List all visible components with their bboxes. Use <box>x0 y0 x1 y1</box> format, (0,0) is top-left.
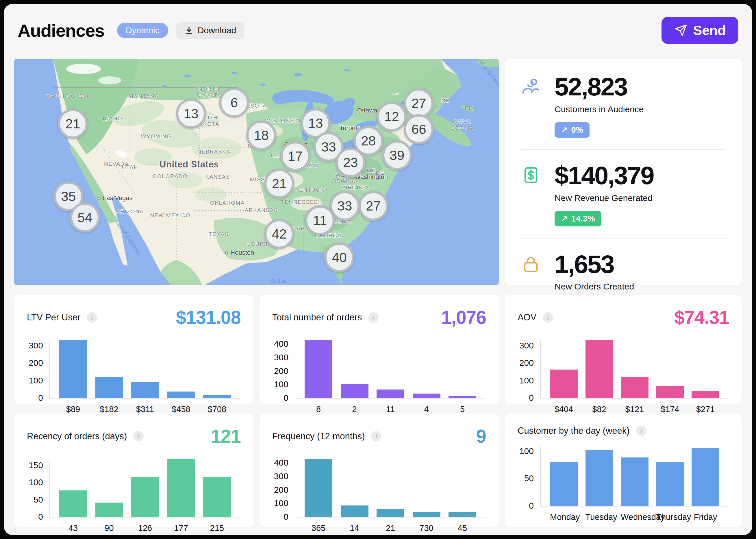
chart-frequency: Frequency (12 months)i9 0100200300400 36… <box>259 414 499 527</box>
info-icon[interactable]: i <box>543 312 553 323</box>
chart-headline-value: $74.31 <box>674 307 729 328</box>
map-cluster-marker[interactable]: 23 <box>335 147 366 178</box>
bar <box>131 382 159 398</box>
map-cluster-marker[interactable]: 12 <box>377 102 407 131</box>
plot-area <box>49 338 241 398</box>
x-category-label: $271 <box>692 405 719 414</box>
state-label: NORTH DAKOTA <box>196 86 221 99</box>
city-label: Houston <box>225 249 254 257</box>
state-label: ARKANSAS <box>245 207 278 213</box>
x-category-label: 730 <box>413 523 441 533</box>
x-axis-line <box>540 398 729 399</box>
state-label: NB <box>441 98 450 104</box>
map-cluster-marker[interactable]: 13 <box>176 99 206 129</box>
map-cluster-marker[interactable]: 39 <box>382 140 412 170</box>
window-frame: Audiences Dynamic Download Send <box>0 0 756 539</box>
y-tick-label: 300 <box>274 471 288 481</box>
x-category-label: 177 <box>167 523 195 533</box>
chart-title: Recency of orders (days) <box>27 431 127 441</box>
y-tick-label: 50 <box>34 495 43 504</box>
map-cluster-marker[interactable]: 18 <box>246 120 276 150</box>
x-category-label: 11 <box>377 405 404 414</box>
x-category-label: 8 <box>305 405 332 414</box>
info-icon[interactable]: i <box>133 431 144 441</box>
bars <box>295 457 486 517</box>
x-axis-line <box>49 517 241 518</box>
bar <box>59 491 87 517</box>
state-label: ARIZONA <box>116 208 144 215</box>
bar <box>413 394 441 398</box>
map-cluster-marker[interactable]: 11 <box>305 205 335 235</box>
map-cluster-marker[interactable]: 21 <box>58 109 88 139</box>
x-axis-labels: 365142173045 <box>295 523 486 533</box>
map-cluster-marker[interactable]: 21 <box>264 169 294 199</box>
x-category-label: 215 <box>203 523 231 533</box>
chart-title: Customer by the day (week) <box>517 425 630 436</box>
send-label: Send <box>693 23 726 38</box>
x-axis-labels: 821145 <box>295 405 486 414</box>
download-button[interactable]: Download <box>176 22 244 39</box>
map-cluster-marker[interactable]: 42 <box>264 219 294 249</box>
info-icon[interactable]: i <box>87 312 97 323</box>
city-label: Las Vegas <box>98 194 133 202</box>
bar <box>341 505 369 517</box>
stat-content: $140,379 New Revenue Generated ↗14.3% <box>555 163 654 226</box>
bar <box>550 369 578 398</box>
x-axis-labels: 4390126177215 <box>49 523 241 533</box>
trend-badge: ↗0% <box>555 122 589 138</box>
map-cluster-marker[interactable]: 17 <box>280 141 310 171</box>
state-label: UTAH <box>122 164 138 171</box>
y-tick-label: 0 <box>38 512 43 522</box>
map-cluster-marker[interactable]: 27 <box>358 191 388 221</box>
state-label: MONTANA <box>129 93 159 100</box>
city-dot <box>98 196 101 200</box>
bars <box>49 457 241 517</box>
x-axis-line <box>295 517 486 518</box>
y-tick-label: 300 <box>274 352 288 362</box>
stat-value: 1,653 <box>555 251 634 277</box>
x-category-label: Monday <box>550 512 578 522</box>
info-icon[interactable]: i <box>636 425 647 436</box>
info-icon[interactable]: i <box>371 431 381 441</box>
x-category-label: 5 <box>448 405 476 414</box>
map-cluster-marker[interactable]: 6 <box>219 88 249 118</box>
info-icon[interactable]: i <box>368 312 378 323</box>
x-category-label: 45 <box>448 523 476 533</box>
state-label: NOVA SCOTIA <box>444 118 481 131</box>
y-tick-label: 400 <box>274 339 288 349</box>
y-tick-label: 100 <box>29 477 43 487</box>
audience-map[interactable]: WASHINGTONMONTANANORTH DAKOTASOUTH DAKOT… <box>14 59 499 285</box>
state-label: NEW MEXICO <box>150 212 190 219</box>
x-category-label: 4 <box>413 405 441 414</box>
bar <box>377 509 404 517</box>
send-button[interactable]: Send <box>661 17 738 44</box>
map-cluster-marker[interactable]: 66 <box>404 114 434 144</box>
stat-label: New Revenue Generated <box>555 193 654 203</box>
bar <box>413 512 441 517</box>
x-category-label: $311 <box>131 405 159 414</box>
y-tick-label: 100 <box>519 446 534 456</box>
state-label: VIRGINIA <box>342 185 369 191</box>
bar <box>167 392 195 398</box>
x-category-label: Wednesday <box>621 512 649 522</box>
x-category-label: 21 <box>377 523 404 533</box>
x-axis-labels: MondayTuesdayWednesdayThursdayFriday <box>540 512 729 522</box>
bars <box>49 338 241 398</box>
map-cluster-marker[interactable]: 40 <box>324 242 354 272</box>
y-axis-ticks: 0100200300400 <box>272 338 295 398</box>
bar <box>656 462 684 506</box>
plot-area <box>540 446 729 506</box>
map-cluster-marker[interactable]: 54 <box>70 202 100 232</box>
stat-revenue: $140,379 New Revenue Generated ↗14.3% <box>521 149 726 238</box>
x-category-label: $82 <box>585 405 613 414</box>
dynamic-type-badge[interactable]: Dynamic <box>117 23 168 38</box>
stats-panel: 52,823 Customers in Audience ↗0% $140,37… <box>505 59 742 285</box>
chart-title: LTV Per User <box>27 312 80 323</box>
chart-customer-by-day: Customer by the day (week)i 050100 Monda… <box>505 414 742 527</box>
chart-headline-value: 121 <box>211 425 241 447</box>
chart-headline-value: $131.08 <box>176 307 241 328</box>
bar <box>448 512 476 517</box>
x-category-label: 126 <box>131 523 159 533</box>
map-cluster-marker[interactable]: 27 <box>404 88 434 118</box>
chart-ltv-per-user: LTV Per Useri$131.08 0100200300 $89$182$… <box>14 295 253 404</box>
